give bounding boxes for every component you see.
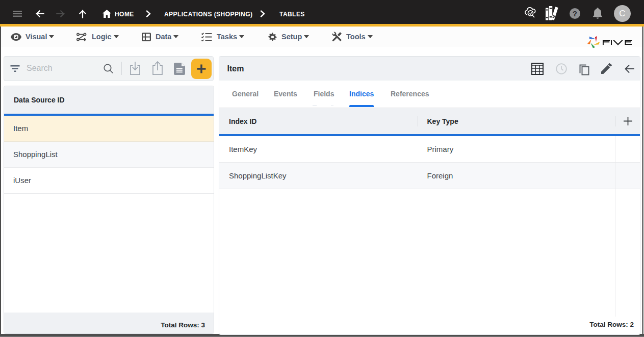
svg-text:?: ? (573, 10, 577, 18)
